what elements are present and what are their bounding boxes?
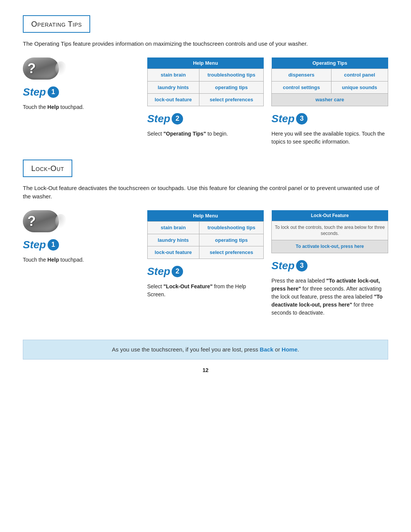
op-step-3-label: Step 3: [271, 111, 307, 127]
help-touchpad-icon-2: ?: [23, 210, 67, 232]
step-word-1: Step: [23, 84, 46, 100]
help-touchpad-icon: ?: [23, 58, 67, 80]
table-row: lock-out feature select preferences: [147, 246, 264, 259]
operating-tips-intro: The Operating Tips feature provides info…: [23, 40, 388, 48]
lock-out-steps: ? Step 1 Touch the Help touchpad. Help M…: [23, 210, 388, 317]
table-row: dispensers control panel: [272, 69, 388, 81]
lock-out-header: Lock-Out: [23, 160, 72, 177]
table-row: laundry hints operating tips: [147, 234, 264, 246]
table-cell: lock-out feature: [147, 94, 199, 106]
table-cell: stain brain: [147, 69, 199, 81]
lockout-activate-text: To activate lock-out, press here: [272, 240, 388, 253]
table-cell: control settings: [272, 81, 331, 94]
step-number-lo-2: 2: [172, 266, 183, 277]
footer-text: As you use the touchscreen, if you feel …: [112, 346, 299, 353]
step-number-lo-1: 1: [48, 239, 59, 251]
lo-step-1-desc: Touch the Help touchpad.: [23, 256, 84, 264]
step-word-lo-1: Step: [23, 237, 46, 253]
op-step-1-label: Step 1: [23, 84, 59, 100]
op-step-2-col: Help Menu stain brain troubleshooting ti…: [147, 58, 264, 138]
table-row: To lock out the controls, touch the area…: [272, 221, 388, 240]
step-number-2: 2: [172, 113, 183, 125]
op-step-1-col: ? Step 1 Touch the Help touchpad.: [23, 58, 140, 111]
table-cell: operating tips: [199, 234, 264, 246]
lo-step-3-label: Step 3: [271, 258, 307, 274]
step-number-1: 1: [48, 86, 59, 98]
operating-tips-steps: ? Step 1 Touch the Help touchpad. Help M…: [23, 58, 388, 146]
table-cell: control panel: [331, 69, 388, 81]
step-word-2: Step: [147, 111, 170, 127]
oval-shape-2: ?: [23, 210, 59, 232]
question-mark-2: ?: [27, 211, 36, 232]
lo-step-2-desc: Select "Lock-Out Feature" from the Help …: [147, 283, 264, 299]
table-cell: laundry hints: [147, 81, 199, 94]
lo-step-2-col: Help Menu stain brain troubleshooting ti…: [147, 210, 264, 299]
table-row: laundry hints operating tips: [147, 81, 264, 94]
lo-step-2-label: Step 2: [147, 264, 183, 280]
page-number: 12: [23, 366, 388, 374]
table-cell: dispensers: [272, 69, 331, 81]
operating-tips-title: Operating Tips: [31, 18, 82, 30]
op-help-menu-table: Help Menu stain brain troubleshooting ti…: [147, 58, 264, 106]
step-number-lo-3: 3: [296, 260, 307, 272]
op-step-3-desc: Here you will see the available topics. …: [271, 130, 388, 146]
lockout-info-text: To lock out the controls, touch the area…: [272, 221, 388, 240]
lo-help-menu-table: Help Menu stain brain troubleshooting ti…: [147, 210, 264, 259]
table-cell: washer care: [272, 94, 388, 106]
lo-help-menu-header: Help Menu: [147, 210, 264, 222]
table-cell: unique sounds: [331, 81, 388, 94]
lo-step-3-col: Lock-Out Feature To lock out the control…: [271, 210, 388, 317]
table-row: control settings unique sounds: [272, 81, 388, 94]
home-label: Home: [282, 346, 298, 353]
oval-shape: ?: [23, 58, 59, 80]
table-cell: laundry hints: [147, 234, 199, 246]
table-cell: troubleshooting tips: [199, 69, 264, 81]
table-cell: select preferences: [199, 94, 264, 106]
op-step-2-label: Step 2: [147, 111, 183, 127]
lock-out-section: Lock-Out The Lock-Out feature deactivate…: [23, 160, 388, 317]
operating-tips-section: Operating Tips The Operating Tips featur…: [23, 15, 388, 146]
step-number-3: 3: [296, 113, 307, 125]
table-cell: operating tips: [199, 81, 264, 94]
table-cell: select preferences: [199, 246, 264, 259]
table-row: lock-out feature select preferences: [147, 94, 264, 106]
op-step-3-col: Operating Tips dispensers control panel …: [271, 58, 388, 146]
lockout-feature-header: Lock-Out Feature: [272, 210, 388, 221]
step-word-lo-3: Step: [271, 258, 295, 274]
oval-highlight-2: [55, 214, 67, 228]
operating-tips-header: Operating Tips: [23, 15, 90, 33]
help-menu-header: Help Menu: [147, 58, 264, 69]
lo-step-3-desc: Press the area labeled "To activate lock…: [271, 277, 388, 317]
oval-highlight: [55, 61, 67, 76]
table-cell: troubleshooting tips: [199, 222, 264, 234]
back-label: Back: [260, 346, 274, 353]
op-step-1-desc: Touch the Help touchpad.: [23, 103, 84, 111]
table-row: stain brain troubleshooting tips: [147, 222, 264, 234]
table-cell: stain brain: [147, 222, 199, 234]
lo-step-1-col: ? Step 1 Touch the Help touchpad.: [23, 210, 140, 264]
table-cell: lock-out feature: [147, 246, 199, 259]
lockout-feature-table: Lock-Out Feature To lock out the control…: [271, 210, 388, 253]
footer-bar: As you use the touchscreen, if you feel …: [23, 340, 388, 360]
table-row: stain brain troubleshooting tips: [147, 69, 264, 81]
op-tips-menu-table: Operating Tips dispensers control panel …: [271, 58, 388, 106]
question-mark: ?: [27, 58, 36, 79]
op-step-2-desc: Select "Operating Tips" to begin.: [147, 130, 228, 138]
lock-out-intro: The Lock-Out feature deactivates the tou…: [23, 184, 388, 201]
table-row: washer care: [272, 94, 388, 106]
lock-out-title: Lock-Out: [31, 163, 64, 174]
step-word-lo-2: Step: [147, 264, 170, 280]
step-word-3: Step: [271, 111, 295, 127]
table-row: To activate lock-out, press here: [272, 240, 388, 253]
op-tips-header: Operating Tips: [272, 58, 388, 69]
lo-step-1-label: Step 1: [23, 237, 59, 253]
